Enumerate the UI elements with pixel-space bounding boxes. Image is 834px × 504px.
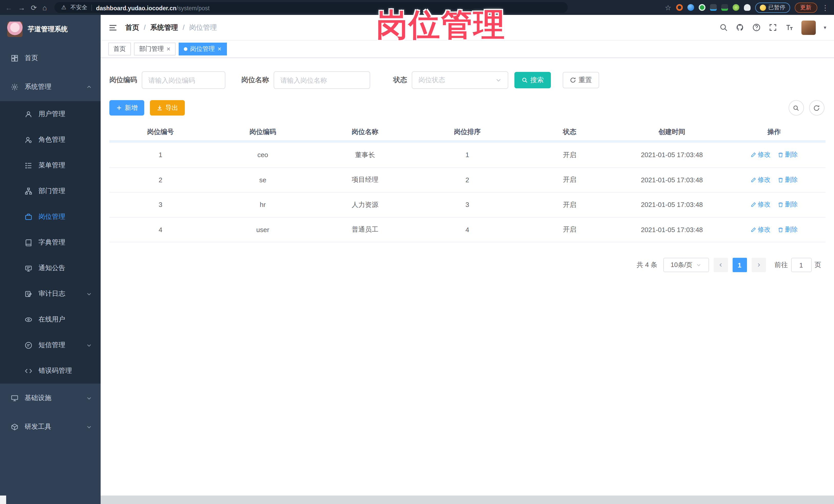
delete-link[interactable]: 删除 <box>778 176 798 184</box>
edit-link[interactable]: 修改 <box>751 176 771 184</box>
extensions-puzzle-icon[interactable] <box>744 4 750 11</box>
page-size-select[interactable]: 10条/页 <box>663 258 709 272</box>
edit-link[interactable]: 修改 <box>751 151 771 159</box>
sidebar-item-dictionary[interactable]: 字典管理 <box>0 229 101 255</box>
role-icon <box>25 136 32 144</box>
breadcrumb: 首页 / 系统管理 / 岗位管理 <box>125 23 217 32</box>
refresh-table-button[interactable] <box>809 100 824 115</box>
extension-paused-pill[interactable]: 已暂停 <box>755 2 790 13</box>
delete-link[interactable]: 删除 <box>778 200 798 209</box>
status-text: 开启 <box>519 151 621 160</box>
post-code-input[interactable] <box>142 71 225 89</box>
search-toggle-button[interactable] <box>788 100 804 115</box>
help-icon[interactable] <box>752 23 761 32</box>
user-avatar[interactable] <box>802 20 816 35</box>
extension-blue-pin-icon[interactable] <box>687 4 694 11</box>
next-page-button[interactable] <box>751 258 766 272</box>
chevron-down-icon <box>86 395 92 401</box>
address-bar[interactable]: ⚠ 不安全 dashboard.yudao.iocoder.cn/system/… <box>54 2 568 13</box>
browser-menu-kebab-icon[interactable]: ⋮ <box>822 4 829 11</box>
extension-green-flower-icon[interactable] <box>732 4 739 11</box>
goto-page-input[interactable] <box>791 258 811 272</box>
address-divider <box>91 4 92 10</box>
edit-link[interactable]: 修改 <box>751 225 771 234</box>
breadcrumb-system[interactable]: 系统管理 <box>150 23 178 32</box>
app-logo-row[interactable]: 芋道管理系统 <box>0 15 101 44</box>
sidebar-item-online-users[interactable]: 在线用户 <box>0 307 101 332</box>
browser-forward-icon[interactable]: → <box>18 4 25 11</box>
close-icon[interactable]: ✕ <box>217 46 222 52</box>
extension-drive-icon[interactable] <box>710 4 717 11</box>
hamburger-icon[interactable] <box>108 23 117 32</box>
chevron-left-icon <box>718 262 723 267</box>
sidebar-item-users[interactable]: 用户管理 <box>0 101 101 127</box>
browser-reload-icon[interactable]: ⟳ <box>31 4 37 11</box>
post-name-input[interactable] <box>273 71 370 89</box>
browser-chrome: ← → ⟳ ⌂ ⚠ 不安全 dashboard.yudao.iocoder.cn… <box>0 0 834 15</box>
font-size-icon[interactable] <box>785 23 794 32</box>
browser-back-icon[interactable]: ← <box>5 4 12 11</box>
tab-posts[interactable]: 岗位管理 ✕ <box>179 43 227 56</box>
navbar-actions: ▾ <box>720 20 826 35</box>
goto-page: 前往 页 <box>774 258 821 272</box>
avatar-caret-down-icon[interactable]: ▾ <box>824 25 826 30</box>
prev-page-button[interactable] <box>714 258 728 272</box>
delete-link[interactable]: 删除 <box>778 225 798 234</box>
reset-button[interactable]: 重置 <box>563 72 599 88</box>
trash-icon <box>778 177 784 183</box>
not-secure-label[interactable]: 不安全 <box>70 4 87 11</box>
col-header-created-at: 创建时间 <box>621 127 723 136</box>
add-button[interactable]: 新增 <box>109 100 144 115</box>
post-briefcase-icon <box>25 213 32 221</box>
sidebar-item-roles[interactable]: 角色管理 <box>0 127 101 153</box>
chevron-down-icon <box>496 77 502 83</box>
extension-green-check-icon[interactable] <box>699 4 705 11</box>
table-tools <box>788 100 824 115</box>
app-frame: 芋道管理系统 首页 系统管理 用户管理 角色管理 <box>0 15 834 504</box>
bookmark-star-icon[interactable]: ☆ <box>665 4 671 11</box>
status-select[interactable]: 岗位状态 <box>412 71 508 89</box>
paused-label: 已暂停 <box>768 4 785 11</box>
refresh-icon <box>813 105 820 111</box>
github-icon[interactable] <box>736 23 745 32</box>
sidebar-scroll-corner <box>0 495 6 504</box>
search-button[interactable]: 搜索 <box>514 72 551 88</box>
sidebar-item-notices[interactable]: 通知公告 <box>0 255 101 281</box>
gear-icon <box>11 83 19 91</box>
page-number-button[interactable]: 1 <box>732 258 747 272</box>
fullscreen-icon[interactable] <box>769 23 777 32</box>
url-host[interactable]: dashboard.yudao.iocoder.cn <box>96 5 176 11</box>
filter-form: 岗位编码 岗位名称 状态 岗位状态 搜索 重置 <box>109 71 825 89</box>
edit-link[interactable]: 修改 <box>751 200 771 209</box>
user-icon <box>25 110 32 118</box>
sidebar-item-home[interactable]: 首页 <box>0 44 101 72</box>
col-header-post-code: 岗位编码 <box>212 127 314 136</box>
chevron-down-icon <box>86 424 92 430</box>
sidebar-item-dev-tools[interactable]: 研发工具 <box>0 412 101 441</box>
sidebar-item-posts[interactable]: 岗位管理 <box>0 204 101 229</box>
sidebar-item-departments[interactable]: 部门管理 <box>0 178 101 204</box>
status-text: 开启 <box>519 200 621 210</box>
browser-home-icon[interactable]: ⌂ <box>42 4 47 11</box>
sidebar-item-error-codes[interactable]: 错误码管理 <box>0 358 101 384</box>
browser-update-button[interactable]: 更新 <box>794 2 817 13</box>
delete-link[interactable]: 删除 <box>778 151 798 159</box>
tab-departments[interactable]: 部门管理 ✕ <box>134 43 176 56</box>
not-secure-warning-icon[interactable]: ⚠ <box>61 4 66 11</box>
tab-home[interactable]: 首页 <box>108 43 131 56</box>
sidebar-item-infrastructure[interactable]: 基础设施 <box>0 384 101 412</box>
breadcrumb-home[interactable]: 首页 <box>125 23 139 32</box>
online-users-icon <box>25 315 32 323</box>
app-logo <box>7 22 23 37</box>
extension-orange-ring-icon[interactable] <box>676 4 683 11</box>
total-count: 共 4 条 <box>637 260 657 269</box>
sidebar-item-system[interactable]: 系统管理 <box>0 72 101 101</box>
sidebar-item-sms[interactable]: 短信管理 <box>0 332 101 358</box>
url-path[interactable]: /system/post <box>176 5 210 11</box>
sidebar-item-menus[interactable]: 菜单管理 <box>0 153 101 178</box>
sidebar-item-audit-log[interactable]: 审计日志 <box>0 281 101 307</box>
close-icon[interactable]: ✕ <box>166 46 171 52</box>
export-button[interactable]: 导出 <box>150 100 185 115</box>
search-icon[interactable] <box>720 23 728 32</box>
extension-tag-manager-icon[interactable] <box>721 4 728 11</box>
